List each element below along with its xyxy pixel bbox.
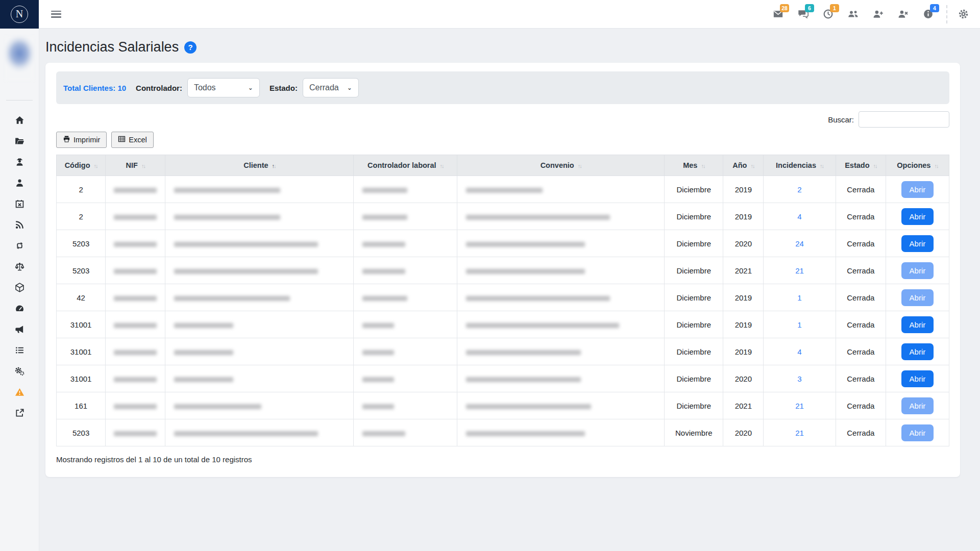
sidebar-item-warning-icon[interactable] xyxy=(0,382,39,403)
total-clients-link[interactable]: Total Clientes: 10 xyxy=(63,84,126,92)
cell-cliente xyxy=(165,365,354,392)
redacted-text xyxy=(114,242,157,247)
sidebar-item-user-secret-icon[interactable] xyxy=(0,152,39,172)
column-header-cliente[interactable]: Cliente↑↓ xyxy=(165,155,354,176)
incidencias-count-link[interactable]: 1 xyxy=(797,320,801,329)
column-header-ano[interactable]: Año↑↓ xyxy=(723,155,764,176)
cell-incidencias: 4 xyxy=(764,203,836,230)
sidebar-item-cube-icon[interactable] xyxy=(0,277,39,298)
incidencias-count-link[interactable]: 21 xyxy=(795,266,804,275)
table-row: 31001Diciembre20194CerradaAbrir xyxy=(57,338,949,365)
redacted-text xyxy=(362,242,405,247)
column-header-codigo[interactable]: Código↑↓ xyxy=(57,155,106,176)
cell-controlador xyxy=(354,392,457,419)
sidebar-item-calendar-times-icon[interactable] xyxy=(0,193,39,214)
sidebar-item-cogs-icon[interactable] xyxy=(0,361,39,382)
abrir-button[interactable]: Abrir xyxy=(901,343,934,360)
abrir-button[interactable]: Abrir xyxy=(901,397,934,414)
sidebar-item-home-icon[interactable] xyxy=(0,110,39,131)
cell-incidencias: 1 xyxy=(764,284,836,311)
incidencias-count-link[interactable]: 4 xyxy=(797,212,801,221)
sidebar-item-folder-open-icon[interactable] xyxy=(0,131,39,152)
messages-icon[interactable]: 28 xyxy=(773,9,784,20)
incidencias-count-link[interactable]: 3 xyxy=(797,374,801,383)
column-header-incidencias[interactable]: Incidencias↑↓ xyxy=(764,155,836,176)
abrir-button[interactable]: Abrir xyxy=(901,424,934,441)
sidebar-item-external-link-icon[interactable] xyxy=(0,403,39,423)
redacted-text xyxy=(174,404,261,409)
sidebar-item-balance-scale-icon[interactable] xyxy=(0,256,39,277)
cell-convenio xyxy=(457,257,665,284)
user-avatar[interactable] xyxy=(5,37,34,81)
search-input[interactable] xyxy=(859,111,949,128)
sort-arrows-icon: ↑↓ xyxy=(94,163,97,169)
abrir-button[interactable]: Abrir xyxy=(901,181,934,198)
abrir-button[interactable]: Abrir xyxy=(901,208,934,225)
sidebar-divider xyxy=(6,100,33,101)
redacted-text xyxy=(466,188,543,193)
cell-mes: Diciembre xyxy=(665,230,723,257)
incidencias-count-link[interactable]: 1 xyxy=(797,293,801,302)
comments-icon[interactable]: 6 xyxy=(798,9,809,20)
controlador-select[interactable]: Todos ⌄ xyxy=(187,78,260,97)
sidebar-item-user-icon[interactable] xyxy=(0,172,39,193)
print-button[interactable]: Imprimir xyxy=(56,132,107,148)
abrir-button[interactable]: Abrir xyxy=(901,235,934,252)
cell-estado: Cerrada xyxy=(836,338,886,365)
sidebar-item-tachometer-icon[interactable] xyxy=(0,298,39,319)
incidencias-count-link[interactable]: 2 xyxy=(797,185,801,194)
column-header-mes[interactable]: Mes↑↓ xyxy=(665,155,723,176)
column-header-estado[interactable]: Estado↑↓ xyxy=(836,155,886,176)
cell-controlador xyxy=(354,257,457,284)
app-logo[interactable]: N xyxy=(0,0,39,29)
column-header-nif[interactable]: NIF↑↓ xyxy=(106,155,165,176)
column-label: Controlador laboral xyxy=(368,161,436,169)
user-plus-icon[interactable] xyxy=(873,9,884,20)
column-header-convenio[interactable]: Convenio↑↓ xyxy=(457,155,665,176)
estado-select[interactable]: Cerrada ⌄ xyxy=(303,78,359,97)
redacted-text xyxy=(466,377,581,382)
history-icon[interactable]: 1 xyxy=(823,9,834,20)
cell-convenio xyxy=(457,176,665,203)
redacted-text xyxy=(114,269,157,274)
estado-label: Estado: xyxy=(270,84,298,92)
column-header-controlador[interactable]: Controlador laboral↑↓ xyxy=(354,155,457,176)
cell-opciones: Abrir xyxy=(886,203,949,230)
column-label: Opciones xyxy=(897,161,930,169)
abrir-button[interactable]: Abrir xyxy=(901,289,934,306)
sidebar-item-list-icon[interactable] xyxy=(0,340,39,361)
sidebar-item-retweet-icon[interactable] xyxy=(0,235,39,256)
notification-badge: 28 xyxy=(780,4,789,12)
help-icon[interactable]: ? xyxy=(184,41,197,54)
incidencias-count-link[interactable]: 24 xyxy=(795,239,804,248)
column-label: Cliente xyxy=(243,161,268,169)
info-icon[interactable]: 4 xyxy=(923,9,934,20)
redacted-text xyxy=(174,350,233,355)
cell-convenio xyxy=(457,203,665,230)
cell-controlador xyxy=(354,230,457,257)
column-header-opciones[interactable]: Opciones↑↓ xyxy=(886,155,949,176)
incidencias-count-link[interactable]: 4 xyxy=(797,347,801,356)
excel-export-button[interactable]: Excel xyxy=(111,132,153,148)
redacted-text xyxy=(114,188,157,193)
user-times-icon[interactable] xyxy=(898,9,909,20)
abrir-button[interactable]: Abrir xyxy=(901,316,934,333)
abrir-button[interactable]: Abrir xyxy=(901,370,934,387)
sidebar-item-bullhorn-icon[interactable] xyxy=(0,319,39,340)
users-icon[interactable] xyxy=(848,9,859,20)
cell-codigo: 161 xyxy=(57,392,106,419)
excel-table-icon xyxy=(118,135,126,144)
redacted-text xyxy=(466,404,591,409)
incidencias-count-link[interactable]: 21 xyxy=(795,429,804,437)
table-row: 31001Diciembre20191CerradaAbrir xyxy=(57,311,949,338)
settings-gear-icon[interactable] xyxy=(958,9,969,20)
cell-codigo: 31001 xyxy=(57,338,106,365)
cell-incidencias: 24 xyxy=(764,230,836,257)
menu-toggle-button[interactable] xyxy=(51,11,61,18)
abrir-button[interactable]: Abrir xyxy=(901,262,934,279)
column-label: Estado xyxy=(845,161,869,169)
redacted-text xyxy=(114,431,157,436)
sidebar-item-rss-icon[interactable] xyxy=(0,214,39,235)
cell-ano: 2020 xyxy=(723,419,764,446)
incidencias-count-link[interactable]: 21 xyxy=(795,402,804,410)
